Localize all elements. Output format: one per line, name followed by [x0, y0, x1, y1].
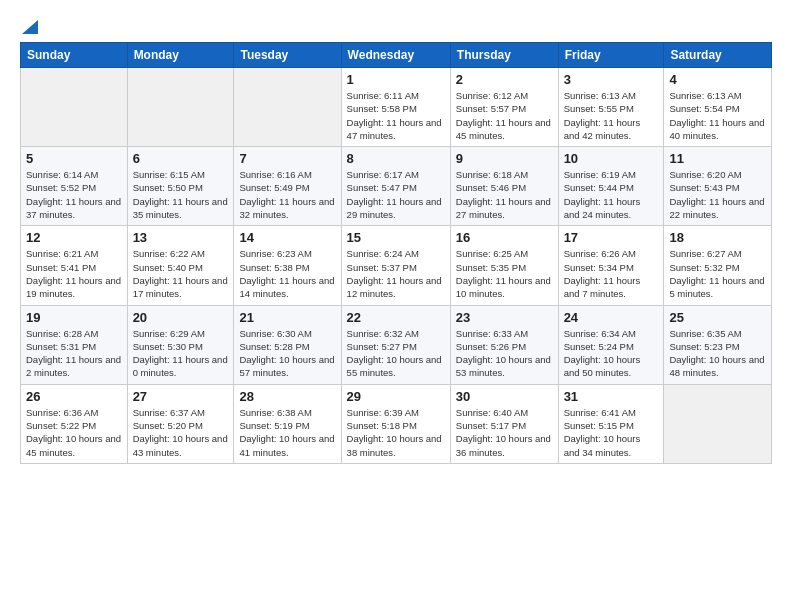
calendar-cell: 20Sunrise: 6:29 AM Sunset: 5:30 PM Dayli… — [127, 305, 234, 384]
day-info: Sunrise: 6:18 AM Sunset: 5:46 PM Dayligh… — [456, 168, 553, 221]
calendar-cell: 7Sunrise: 6:16 AM Sunset: 5:49 PM Daylig… — [234, 147, 341, 226]
calendar-table: SundayMondayTuesdayWednesdayThursdayFrid… — [20, 42, 772, 464]
calendar-cell: 24Sunrise: 6:34 AM Sunset: 5:24 PM Dayli… — [558, 305, 664, 384]
day-info: Sunrise: 6:36 AM Sunset: 5:22 PM Dayligh… — [26, 406, 122, 459]
day-info: Sunrise: 6:21 AM Sunset: 5:41 PM Dayligh… — [26, 247, 122, 300]
day-info: Sunrise: 6:13 AM Sunset: 5:55 PM Dayligh… — [564, 89, 659, 142]
calendar-cell: 1Sunrise: 6:11 AM Sunset: 5:58 PM Daylig… — [341, 68, 450, 147]
day-info: Sunrise: 6:23 AM Sunset: 5:38 PM Dayligh… — [239, 247, 335, 300]
calendar-cell: 27Sunrise: 6:37 AM Sunset: 5:20 PM Dayli… — [127, 384, 234, 463]
day-info: Sunrise: 6:19 AM Sunset: 5:44 PM Dayligh… — [564, 168, 659, 221]
weekday-header-monday: Monday — [127, 43, 234, 68]
calendar-cell: 25Sunrise: 6:35 AM Sunset: 5:23 PM Dayli… — [664, 305, 772, 384]
weekday-header-row: SundayMondayTuesdayWednesdayThursdayFrid… — [21, 43, 772, 68]
day-number: 24 — [564, 310, 659, 325]
logo-arrow-icon — [22, 20, 38, 38]
calendar-cell: 23Sunrise: 6:33 AM Sunset: 5:26 PM Dayli… — [450, 305, 558, 384]
day-number: 12 — [26, 230, 122, 245]
day-info: Sunrise: 6:28 AM Sunset: 5:31 PM Dayligh… — [26, 327, 122, 380]
day-number: 2 — [456, 72, 553, 87]
day-info: Sunrise: 6:27 AM Sunset: 5:32 PM Dayligh… — [669, 247, 766, 300]
day-number: 28 — [239, 389, 335, 404]
day-info: Sunrise: 6:12 AM Sunset: 5:57 PM Dayligh… — [456, 89, 553, 142]
day-number: 1 — [347, 72, 445, 87]
day-number: 16 — [456, 230, 553, 245]
calendar-cell: 17Sunrise: 6:26 AM Sunset: 5:34 PM Dayli… — [558, 226, 664, 305]
page: SundayMondayTuesdayWednesdayThursdayFrid… — [0, 0, 792, 480]
week-row-2: 5Sunrise: 6:14 AM Sunset: 5:52 PM Daylig… — [21, 147, 772, 226]
calendar-cell: 2Sunrise: 6:12 AM Sunset: 5:57 PM Daylig… — [450, 68, 558, 147]
day-number: 6 — [133, 151, 229, 166]
day-info: Sunrise: 6:30 AM Sunset: 5:28 PM Dayligh… — [239, 327, 335, 380]
week-row-3: 12Sunrise: 6:21 AM Sunset: 5:41 PM Dayli… — [21, 226, 772, 305]
day-number: 23 — [456, 310, 553, 325]
day-info: Sunrise: 6:20 AM Sunset: 5:43 PM Dayligh… — [669, 168, 766, 221]
calendar-cell — [664, 384, 772, 463]
calendar-cell: 19Sunrise: 6:28 AM Sunset: 5:31 PM Dayli… — [21, 305, 128, 384]
day-number: 7 — [239, 151, 335, 166]
day-number: 15 — [347, 230, 445, 245]
calendar-cell: 28Sunrise: 6:38 AM Sunset: 5:19 PM Dayli… — [234, 384, 341, 463]
day-number: 9 — [456, 151, 553, 166]
svg-marker-0 — [22, 20, 38, 34]
calendar-cell: 8Sunrise: 6:17 AM Sunset: 5:47 PM Daylig… — [341, 147, 450, 226]
calendar-cell: 29Sunrise: 6:39 AM Sunset: 5:18 PM Dayli… — [341, 384, 450, 463]
weekday-header-wednesday: Wednesday — [341, 43, 450, 68]
day-info: Sunrise: 6:38 AM Sunset: 5:19 PM Dayligh… — [239, 406, 335, 459]
day-info: Sunrise: 6:26 AM Sunset: 5:34 PM Dayligh… — [564, 247, 659, 300]
day-info: Sunrise: 6:14 AM Sunset: 5:52 PM Dayligh… — [26, 168, 122, 221]
day-info: Sunrise: 6:29 AM Sunset: 5:30 PM Dayligh… — [133, 327, 229, 380]
day-info: Sunrise: 6:40 AM Sunset: 5:17 PM Dayligh… — [456, 406, 553, 459]
day-info: Sunrise: 6:34 AM Sunset: 5:24 PM Dayligh… — [564, 327, 659, 380]
day-number: 29 — [347, 389, 445, 404]
day-info: Sunrise: 6:33 AM Sunset: 5:26 PM Dayligh… — [456, 327, 553, 380]
day-info: Sunrise: 6:37 AM Sunset: 5:20 PM Dayligh… — [133, 406, 229, 459]
calendar-cell: 10Sunrise: 6:19 AM Sunset: 5:44 PM Dayli… — [558, 147, 664, 226]
day-number: 8 — [347, 151, 445, 166]
calendar-cell: 21Sunrise: 6:30 AM Sunset: 5:28 PM Dayli… — [234, 305, 341, 384]
weekday-header-saturday: Saturday — [664, 43, 772, 68]
day-info: Sunrise: 6:17 AM Sunset: 5:47 PM Dayligh… — [347, 168, 445, 221]
day-number: 4 — [669, 72, 766, 87]
day-number: 22 — [347, 310, 445, 325]
calendar-cell: 15Sunrise: 6:24 AM Sunset: 5:37 PM Dayli… — [341, 226, 450, 305]
day-number: 18 — [669, 230, 766, 245]
day-number: 21 — [239, 310, 335, 325]
calendar-cell: 3Sunrise: 6:13 AM Sunset: 5:55 PM Daylig… — [558, 68, 664, 147]
calendar-cell: 6Sunrise: 6:15 AM Sunset: 5:50 PM Daylig… — [127, 147, 234, 226]
calendar-cell: 18Sunrise: 6:27 AM Sunset: 5:32 PM Dayli… — [664, 226, 772, 305]
day-info: Sunrise: 6:32 AM Sunset: 5:27 PM Dayligh… — [347, 327, 445, 380]
calendar-cell: 14Sunrise: 6:23 AM Sunset: 5:38 PM Dayli… — [234, 226, 341, 305]
day-number: 30 — [456, 389, 553, 404]
day-info: Sunrise: 6:11 AM Sunset: 5:58 PM Dayligh… — [347, 89, 445, 142]
calendar-cell: 4Sunrise: 6:13 AM Sunset: 5:54 PM Daylig… — [664, 68, 772, 147]
day-number: 11 — [669, 151, 766, 166]
day-number: 20 — [133, 310, 229, 325]
week-row-4: 19Sunrise: 6:28 AM Sunset: 5:31 PM Dayli… — [21, 305, 772, 384]
calendar-cell: 16Sunrise: 6:25 AM Sunset: 5:35 PM Dayli… — [450, 226, 558, 305]
calendar-cell: 12Sunrise: 6:21 AM Sunset: 5:41 PM Dayli… — [21, 226, 128, 305]
day-number: 13 — [133, 230, 229, 245]
weekday-header-thursday: Thursday — [450, 43, 558, 68]
day-info: Sunrise: 6:35 AM Sunset: 5:23 PM Dayligh… — [669, 327, 766, 380]
day-info: Sunrise: 6:22 AM Sunset: 5:40 PM Dayligh… — [133, 247, 229, 300]
day-number: 14 — [239, 230, 335, 245]
weekday-header-sunday: Sunday — [21, 43, 128, 68]
calendar-cell: 31Sunrise: 6:41 AM Sunset: 5:15 PM Dayli… — [558, 384, 664, 463]
calendar-cell — [127, 68, 234, 147]
calendar-cell: 22Sunrise: 6:32 AM Sunset: 5:27 PM Dayli… — [341, 305, 450, 384]
day-info: Sunrise: 6:41 AM Sunset: 5:15 PM Dayligh… — [564, 406, 659, 459]
calendar-cell: 5Sunrise: 6:14 AM Sunset: 5:52 PM Daylig… — [21, 147, 128, 226]
calendar-cell — [234, 68, 341, 147]
day-number: 17 — [564, 230, 659, 245]
day-info: Sunrise: 6:25 AM Sunset: 5:35 PM Dayligh… — [456, 247, 553, 300]
day-number: 19 — [26, 310, 122, 325]
day-number: 5 — [26, 151, 122, 166]
logo — [20, 20, 38, 38]
day-number: 31 — [564, 389, 659, 404]
day-number: 10 — [564, 151, 659, 166]
day-number: 25 — [669, 310, 766, 325]
header — [20, 16, 772, 38]
week-row-1: 1Sunrise: 6:11 AM Sunset: 5:58 PM Daylig… — [21, 68, 772, 147]
day-info: Sunrise: 6:13 AM Sunset: 5:54 PM Dayligh… — [669, 89, 766, 142]
